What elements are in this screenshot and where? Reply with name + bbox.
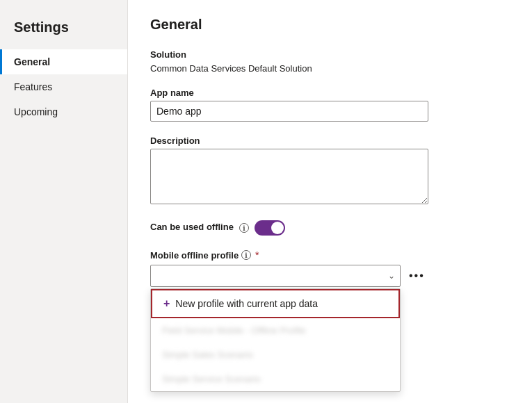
offline-toggle-label: Can be used offline: [150, 222, 234, 232]
sidebar: Settings General Features Upcoming: [0, 0, 128, 403]
sidebar-item-features-label: Features: [14, 81, 52, 92]
offline-profile-dropdown-container: ⌄ + New profile with current app data Fi…: [150, 265, 401, 287]
blurred-option-2: Simple Sales Scenario: [151, 343, 400, 367]
blurred-option-3: Simple Service Scenario: [151, 367, 400, 391]
app-name-input[interactable]: [150, 101, 428, 122]
solution-field: Solution Common Data Services Default So…: [150, 49, 510, 74]
required-indicator: *: [255, 249, 259, 261]
offline-toggle-row: Can be used offline ℹ: [150, 220, 510, 236]
solution-label: Solution: [150, 49, 510, 60]
blurred-option-1: Field Service Mobile - Offline Profile: [151, 318, 400, 343]
offline-profile-info-icon: ℹ: [241, 250, 251, 260]
offline-profile-dropdown-popup: + New profile with current app data Fiel…: [150, 288, 401, 392]
description-field: Description: [150, 135, 510, 206]
offline-toggle-switch[interactable]: [255, 220, 285, 236]
description-input[interactable]: [150, 149, 428, 204]
app-name-field: App name: [150, 88, 510, 122]
settings-title: Settings: [0, 14, 127, 49]
offline-profile-label: Mobile offline profile: [150, 250, 239, 261]
sidebar-item-general[interactable]: General: [0, 49, 127, 74]
new-profile-option[interactable]: + New profile with current app data: [151, 289, 400, 318]
description-label: Description: [150, 135, 510, 146]
sidebar-item-upcoming[interactable]: Upcoming: [0, 99, 127, 124]
offline-profile-section: Mobile offline profile ℹ * ⌄ + New profi…: [150, 249, 510, 287]
plus-icon: +: [163, 297, 170, 310]
solution-value: Common Data Services Default Solution: [150, 63, 312, 74]
offline-profile-input[interactable]: [150, 265, 401, 287]
offline-info-icon: ℹ: [239, 223, 249, 233]
more-options-button[interactable]: •••: [405, 267, 429, 285]
sidebar-item-upcoming-label: Upcoming: [14, 106, 58, 117]
sidebar-item-features[interactable]: Features: [0, 74, 127, 99]
new-profile-label: New profile with current app data: [175, 298, 318, 309]
offline-profile-dropdown-row: ⌄ + New profile with current app data Fi…: [150, 265, 510, 287]
sidebar-item-general-label: General: [14, 56, 50, 67]
page-title: General: [150, 17, 510, 33]
main-content: General Solution Common Data Services De…: [128, 0, 532, 403]
app-name-label: App name: [150, 88, 510, 98]
